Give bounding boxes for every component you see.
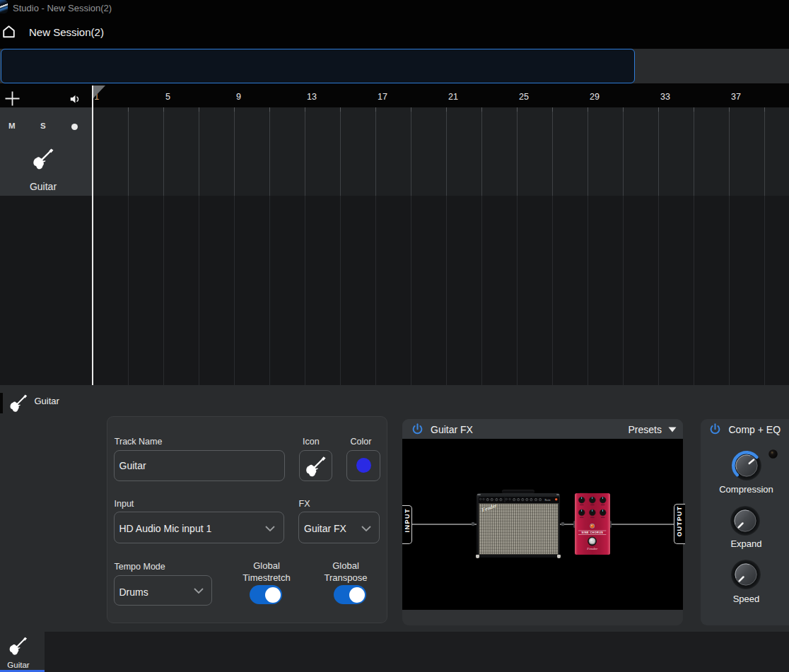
svg-text:Twin: Twin — [544, 498, 550, 502]
svg-text:SINE CHORUS: SINE CHORUS — [582, 531, 604, 534]
svg-text:Fender: Fender — [588, 547, 598, 550]
